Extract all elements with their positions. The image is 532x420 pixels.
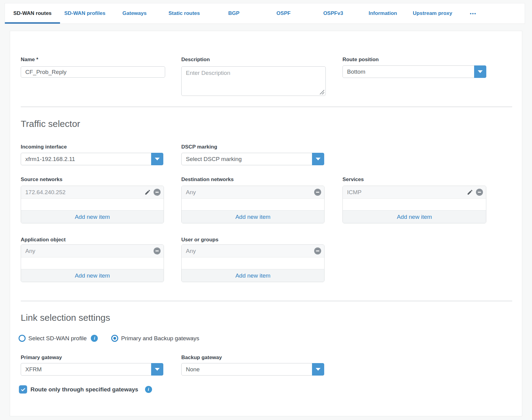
description-field-wrap [181,66,326,96]
list-item-text: Any [25,248,35,254]
route-position-label: Route position [342,57,379,63]
section-divider [21,107,512,107]
primary-gateway-dropdown[interactable]: XFRM [21,363,163,376]
add-new-item-button[interactable]: Add new item [182,269,324,282]
add-new-item-button[interactable]: Add new item [343,210,486,223]
name-input[interactable] [21,66,165,78]
route-only-checkbox-label: Route only through specified gateways [30,386,138,393]
incoming-interface-dropdown-button[interactable] [151,153,163,165]
remove-item-icon[interactable] [314,189,321,196]
sdwan-route-editor-page: SD-WAN routes SD-WAN profiles Gateways S… [0,0,532,420]
chevron-down-icon [316,368,321,371]
list-item: ICMP [343,186,486,199]
section-divider [21,301,512,301]
incoming-interface-dropdown[interactable]: xfrm1-192.168.2.11 [21,153,163,165]
services-listbox: ICMP Add new item [342,186,486,223]
dscp-marking-dropdown-button[interactable] [312,153,324,165]
list-item-text: Any [186,248,196,254]
info-icon[interactable]: i [91,335,98,342]
tab-bgp[interactable]: BGP [209,3,259,23]
services-label: Services [342,177,364,183]
list-item-text: 172.64.240.252 [25,189,66,196]
remove-item-icon[interactable] [476,189,483,196]
chevron-down-icon [155,158,160,160]
tab-upstream-proxy[interactable]: Upstream proxy [408,3,457,23]
radio-select-sdwan-profile[interactable] [19,335,26,342]
add-new-item-button[interactable]: Add new item [21,269,164,282]
primary-gateway-label: Primary gateway [21,355,62,361]
user-or-groups-label: User or groups [181,237,218,243]
list-item: Any [21,245,164,257]
remove-item-icon[interactable] [154,247,161,254]
radio-label: Primary and Backup gateways [121,335,199,342]
list-item-text: Any [186,189,196,196]
active-tab-underline [5,22,60,24]
backup-gateway-label: Backup gateway [181,355,222,361]
list-item: Any [182,186,324,199]
route-only-checkbox-row: Route only through specified gateways i [19,385,152,394]
list-item: Any [182,245,324,257]
tab-static-routes[interactable]: Static routes [159,3,209,23]
route-position-dropdown[interactable]: Bottom [342,65,486,78]
incoming-interface-value: xfrm1-192.168.2.11 [21,156,151,163]
list-item-text: ICMP [347,189,362,196]
destination-networks-label: Destination networks [181,177,234,183]
tab-bar: SD-WAN routes SD-WAN profiles Gateways S… [5,3,525,24]
chevron-down-icon [478,70,483,73]
tab-gateways[interactable]: Gateways [110,3,159,23]
dscp-marking-label: DSCP marking [181,144,217,150]
dscp-marking-value: Select DSCP marking [182,156,312,163]
remove-item-icon[interactable] [314,247,321,254]
edit-pencil-icon[interactable] [467,189,473,195]
radio-primary-and-backup-gateways[interactable] [111,335,118,342]
traffic-selector-title: Traffic selector [21,119,80,129]
route-only-checkbox[interactable] [19,385,27,394]
source-networks-listbox: 172.64.240.252 Add new item [21,186,164,223]
link-selection-title: Link selection settings [21,313,110,323]
backup-gateway-dropdown-button[interactable] [312,363,324,376]
description-label: Description [181,57,210,63]
tab-sdwan-profiles[interactable]: SD-WAN profiles [60,3,110,23]
route-position-dropdown-button[interactable] [474,65,486,78]
tab-information[interactable]: Information [358,3,408,23]
radio-label: Select SD-WAN profile [28,335,87,342]
destination-networks-listbox: Any Add new item [181,186,325,223]
source-networks-label: Source networks [21,177,62,183]
dscp-marking-dropdown[interactable]: Select DSCP marking [181,153,324,165]
add-new-item-button[interactable]: Add new item [21,210,164,223]
chevron-down-icon [316,158,321,160]
chevron-down-icon [155,368,160,371]
tab-label: SD-WAN routes [13,10,52,16]
user-or-groups-listbox: Any Add new item [181,244,325,282]
backup-gateway-value: None [182,366,312,373]
add-new-item-button[interactable]: Add new item [182,210,324,223]
route-position-value: Bottom [343,68,474,75]
remove-item-icon[interactable] [154,189,161,196]
tab-ospfv3[interactable]: OSPFv3 [308,3,358,23]
info-icon[interactable]: i [145,386,152,393]
incoming-interface-label: Incoming interface [21,144,67,150]
application-object-label: Application object [21,237,66,243]
primary-gateway-value: XFRM [21,366,151,373]
tab-ospf[interactable]: OSPF [259,3,308,23]
link-selection-radio-group: Select SD-WAN profile i Primary and Back… [19,335,199,342]
name-label: Name * [21,57,38,63]
edit-pencil-icon[interactable] [144,189,151,195]
backup-gateway-dropdown[interactable]: None [181,363,324,376]
tab-more-ellipsis-icon[interactable]: ••• [457,3,489,23]
list-item: 172.64.240.252 [21,186,164,199]
application-object-listbox: Any Add new item [21,244,164,282]
description-textarea[interactable] [181,66,326,96]
tab-sdwan-routes[interactable]: SD-WAN routes [5,3,60,23]
route-form-card: Name * Description Route position Bottom… [10,31,522,416]
primary-gateway-dropdown-button[interactable] [151,363,163,376]
